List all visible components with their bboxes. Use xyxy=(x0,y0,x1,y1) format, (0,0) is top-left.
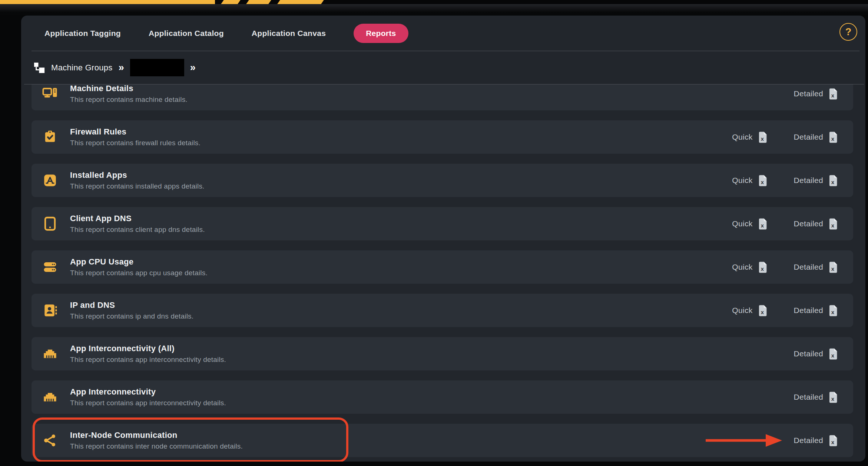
excel-file-icon: x xyxy=(828,304,838,317)
report-description: This report contains app interconnectivi… xyxy=(70,356,226,364)
detailed-export-button[interactable]: Detailed x xyxy=(794,348,838,360)
report-title: Installed Apps xyxy=(70,170,205,180)
report-row: App CPU Usage This report contains app c… xyxy=(32,250,853,284)
tablet-icon xyxy=(42,216,58,232)
excel-file-icon: x xyxy=(828,131,838,143)
report-title: Machine Details xyxy=(70,84,188,93)
report-row: Client App DNS This report contains clie… xyxy=(32,207,853,240)
detailed-export-label: Detailed xyxy=(794,306,823,315)
excel-file-icon: x xyxy=(828,261,838,273)
excel-file-icon: x xyxy=(828,391,838,403)
export-actions: Quick x Detailed x xyxy=(732,131,838,143)
excel-file-icon: x xyxy=(758,261,768,273)
report-description: This report contains machine details. xyxy=(70,96,188,104)
svg-text:x: x xyxy=(831,353,835,359)
tab-bar: Application TaggingApplication CatalogAp… xyxy=(21,16,865,51)
detailed-export-button[interactable]: Detailed x xyxy=(794,435,838,447)
detailed-export-label: Detailed xyxy=(794,263,823,272)
logo-stripe xyxy=(246,0,271,4)
quick-export-label: Quick xyxy=(732,176,752,185)
svg-text:x: x xyxy=(761,223,764,229)
tab-reports[interactable]: Reports xyxy=(354,24,408,43)
excel-file-icon: x xyxy=(828,435,838,447)
report-description: This report contains app cpu usage detai… xyxy=(70,269,208,277)
report-description: This report contains client app dns deta… xyxy=(70,226,205,234)
app-store-icon xyxy=(42,173,58,188)
chevron-right-icon: » xyxy=(119,63,124,73)
logo-bar xyxy=(0,0,868,4)
quick-export-button[interactable]: Quick x xyxy=(732,304,768,317)
report-title: Client App DNS xyxy=(70,214,205,223)
export-actions: Detailed x xyxy=(794,435,838,447)
export-actions: Detailed x xyxy=(794,391,838,403)
tab-application-catalog[interactable]: Application Catalog xyxy=(149,29,224,38)
report-title: Firewall Rules xyxy=(70,127,201,137)
share-nodes-icon xyxy=(42,433,58,448)
svg-text:x: x xyxy=(761,179,764,185)
detailed-export-button[interactable]: Detailed x xyxy=(794,218,838,230)
annotation-arrow xyxy=(706,434,782,447)
detailed-export-button[interactable]: Detailed x xyxy=(794,131,838,143)
export-actions: Quick x Detailed x xyxy=(732,218,838,230)
svg-text:x: x xyxy=(761,136,764,142)
report-row: App Interconnectivity This report contai… xyxy=(32,380,853,414)
export-actions: Quick x Detailed x xyxy=(732,304,838,317)
svg-text:x: x xyxy=(831,136,835,142)
excel-file-icon: x xyxy=(828,348,838,360)
quick-export-label: Quick xyxy=(732,263,752,272)
report-row: IP and DNS This report contains ip and d… xyxy=(32,294,853,327)
detailed-export-button[interactable]: Detailed x xyxy=(794,88,838,100)
detailed-export-button[interactable]: Detailed x xyxy=(794,304,838,317)
svg-text:x: x xyxy=(761,309,764,315)
detailed-export-button[interactable]: Detailed x xyxy=(794,261,838,273)
report-row: Inter-Node Communication This report con… xyxy=(32,424,853,457)
logo-stripe xyxy=(0,0,215,4)
report-title: App Interconnectivity (All) xyxy=(70,344,226,353)
report-row: Firewall Rules This report contains fire… xyxy=(32,120,853,154)
detailed-export-label: Detailed xyxy=(794,89,823,98)
reports-panel: Application TaggingApplication CatalogAp… xyxy=(21,16,865,462)
redacted-breadcrumb-item[interactable] xyxy=(130,59,184,76)
detailed-export-label: Detailed xyxy=(794,349,823,358)
detailed-export-label: Detailed xyxy=(794,133,823,142)
export-actions: Detailed x xyxy=(794,88,838,100)
svg-text:x: x xyxy=(831,223,835,229)
logo-stripe xyxy=(221,0,241,4)
tab-application-tagging[interactable]: Application Tagging xyxy=(44,29,121,38)
clipboard-check-icon xyxy=(42,129,58,145)
export-actions: Quick x Detailed x xyxy=(732,174,838,187)
machine-groups-icon xyxy=(33,62,45,74)
excel-file-icon: x xyxy=(828,174,838,187)
breadcrumb-root-link[interactable]: Machine Groups xyxy=(51,63,113,73)
report-row: App Interconnectivity (All) This report … xyxy=(32,337,853,370)
detailed-export-label: Detailed xyxy=(794,219,823,228)
chevron-right-icon: » xyxy=(190,63,196,73)
svg-text:x: x xyxy=(761,266,764,272)
detailed-export-button[interactable]: Detailed x xyxy=(794,174,838,187)
report-row: Machine Details This report contains mac… xyxy=(32,84,853,110)
ethernet-icon xyxy=(42,389,58,405)
report-title: App CPU Usage xyxy=(70,257,208,267)
quick-export-button[interactable]: Quick x xyxy=(732,261,768,273)
top-fade xyxy=(0,4,868,15)
excel-file-icon: x xyxy=(758,174,768,187)
report-list: Machine Details This report contains mac… xyxy=(21,84,865,462)
logo-stripe xyxy=(277,0,324,4)
breadcrumb: Machine Groups » » xyxy=(21,51,865,84)
quick-export-button[interactable]: Quick x xyxy=(732,218,768,230)
help-button[interactable]: ? xyxy=(839,23,857,41)
report-description: This report contains firewall rules deta… xyxy=(70,139,201,147)
report-row: Installed Apps This report contains inst… xyxy=(32,164,853,197)
server-stack-icon xyxy=(42,259,58,275)
svg-text:x: x xyxy=(831,179,835,185)
report-title: Inter-Node Communication xyxy=(70,430,243,440)
svg-text:x: x xyxy=(831,309,835,315)
tab-application-canvas[interactable]: Application Canvas xyxy=(252,29,326,38)
address-book-icon xyxy=(42,303,58,318)
detailed-export-button[interactable]: Detailed x xyxy=(794,391,838,403)
excel-file-icon: x xyxy=(828,218,838,230)
question-icon: ? xyxy=(845,26,852,38)
quick-export-button[interactable]: Quick x xyxy=(732,174,768,187)
export-actions: Detailed x xyxy=(794,348,838,360)
quick-export-button[interactable]: Quick x xyxy=(732,131,768,143)
